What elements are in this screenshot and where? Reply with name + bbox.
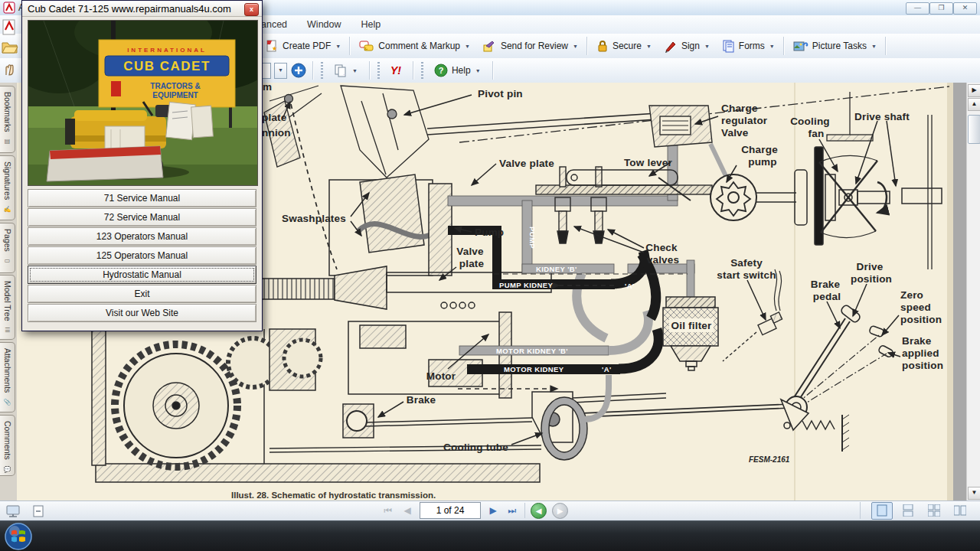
svg-text:★: ★: [272, 45, 277, 52]
launcher-titlebar[interactable]: Cub Cadet 71-125 www.repairmanuals4u.com: [22, 1, 262, 17]
help-button[interactable]: ? Help▼: [428, 60, 487, 80]
lock-icon: [596, 39, 609, 53]
launcher-button-exit[interactable]: Exit: [28, 285, 256, 303]
page-margin: [953, 83, 966, 500]
svg-text:TRACTORS &: TRACTORS &: [150, 82, 200, 90]
first-page-button[interactable]: ⏮: [381, 505, 395, 516]
screen-mode-icon[interactable]: [6, 504, 21, 518]
tab-signatures[interactable]: Signatures✍: [0, 155, 15, 220]
create-pdf-icon: ★: [265, 39, 279, 53]
svg-text:regulator: regulator: [721, 115, 768, 126]
facing-button[interactable]: [949, 502, 971, 520]
svg-text:?: ?: [439, 66, 444, 75]
help-icon: ?: [434, 64, 448, 77]
open-folder-icon[interactable]: [2, 38, 18, 55]
label-pump-kidney: PUMP KIDNEY: [499, 281, 553, 289]
svg-text:position: position: [902, 360, 943, 371]
minimize-button[interactable]: —: [906, 2, 929, 15]
attachments-icon: 📎: [4, 398, 11, 406]
svg-text:position: position: [900, 314, 942, 325]
page-display-button[interactable]: ▼: [328, 60, 364, 80]
zoom-combo-arrow[interactable]: ▼: [274, 63, 287, 79]
page-number-input[interactable]: [420, 502, 481, 519]
launcher-button-72-service[interactable]: 72 Service Manual: [28, 208, 256, 227]
zoom-in-icon[interactable]: [290, 62, 307, 79]
launcher-button-71-service[interactable]: 71 Service Manual: [28, 189, 256, 207]
last-page-button[interactable]: ⏭: [505, 505, 519, 516]
continuous-facing-button[interactable]: [923, 502, 945, 520]
page-size-icon[interactable]: [32, 505, 44, 517]
svg-text:fan: fan: [808, 128, 825, 139]
label-motor: Motor: [426, 370, 456, 382]
restore-button[interactable]: ❐: [929, 2, 953, 15]
label-cooling-tube: Cooling tube: [443, 442, 508, 453]
launcher-button-website[interactable]: Visit our Web Site: [28, 304, 256, 322]
manual-papers: [166, 102, 214, 139]
label-kidney-b: KIDNEY 'B': [536, 265, 577, 273]
previous-view-button[interactable]: ◀: [531, 503, 547, 519]
tab-comments[interactable]: Comments💬: [0, 415, 15, 476]
svg-text:pump: pump: [748, 156, 777, 168]
label-pump-kidney-a: 'A': [625, 282, 635, 290]
label-drive-shaft: Drive shaft: [854, 111, 910, 122]
menu-advanced-fragment[interactable]: anced: [261, 19, 287, 30]
launcher-button-125-operators[interactable]: 125 Operators Manual: [28, 246, 256, 265]
scroll-up-button[interactable]: ▲: [968, 98, 980, 111]
page-navigation: ⏮ ◀ ▶ ⏭ ◀ ▶: [381, 502, 568, 519]
single-page-button[interactable]: [871, 502, 893, 520]
scroll-down-button[interactable]: ▼: [968, 487, 980, 500]
vertical-scrollbar[interactable]: ▶ ▲ ▼: [966, 83, 980, 500]
label-brake-applied-position: Brake: [902, 335, 932, 347]
picture-tasks-button[interactable]: Picture Tasks▼: [787, 36, 883, 56]
hand-tool-icon[interactable]: [2, 60, 18, 77]
forms-button[interactable]: Forms▼: [716, 36, 781, 56]
launcher-close-button[interactable]: x: [244, 3, 259, 16]
svg-text:speed: speed: [900, 302, 931, 313]
tab-pages[interactable]: Pages▭: [0, 223, 15, 273]
label-cooling-fan: Cooling: [790, 116, 830, 127]
send-for-review-button[interactable]: Send for Review▼: [476, 36, 584, 56]
svg-text:plate: plate: [459, 258, 485, 269]
pdf-file-icon[interactable]: [2, 19, 18, 36]
adobe-app-icon: [3, 2, 15, 14]
menu-items: anced Window Help: [261, 15, 381, 34]
label-motor-kidney: MOTOR KIDNEY: [504, 365, 564, 373]
tab-bookmarks[interactable]: Bookmarks▤: [0, 86, 15, 153]
close-button[interactable]: ✕: [953, 2, 977, 15]
svg-text:position: position: [851, 273, 892, 285]
bookmarks-icon: ▤: [4, 138, 11, 145]
continuous-button[interactable]: [897, 502, 919, 520]
start-button[interactable]: [4, 522, 33, 551]
next-page-button[interactable]: ▶: [486, 505, 500, 516]
menu-window[interactable]: Window: [307, 19, 341, 30]
label-safety-start-switch: Safety: [730, 257, 763, 269]
tab-model-tree[interactable]: Model Tree☰: [0, 275, 15, 340]
tab-attachments[interactable]: Attachments📎: [0, 342, 15, 412]
label-check-valves: Check: [645, 242, 678, 253]
next-view-button[interactable]: ▶: [552, 503, 568, 519]
create-pdf-button[interactable]: ★ Create PDF▼: [259, 36, 347, 56]
launcher-button-123-operators[interactable]: 123 Operators Manual: [28, 227, 256, 246]
svg-text:INTERNATIONAL: INTERNATIONAL: [127, 47, 207, 54]
tractor-photo: INTERNATIONAL CUB CADET TRACTORS & EQUIP…: [28, 21, 257, 185]
scrollbar-thumb[interactable]: [968, 115, 980, 144]
sign-button[interactable]: Sign▼: [658, 36, 716, 56]
scroll-options-button[interactable]: ▶: [968, 84, 980, 97]
svg-text:EQUIPMENT: EQUIPMENT: [152, 91, 198, 99]
svg-text:start switch: start switch: [717, 269, 776, 281]
comment-markup-button[interactable]: Comment & Markup▼: [353, 36, 476, 56]
menu-help[interactable]: Help: [361, 19, 381, 30]
signatures-icon: ✍: [4, 205, 11, 213]
yahoo-toolbar-button[interactable]: Y!: [384, 60, 407, 80]
label-fragment-top: m: [263, 83, 272, 93]
label-pump-vertical: PUMP: [528, 227, 537, 249]
windows-taskbar: e: [0, 520, 980, 551]
svg-text:applied: applied: [902, 347, 939, 359]
label-motor-kidney-a: 'A': [602, 365, 612, 373]
send-review-icon: [482, 39, 497, 53]
launcher-button-hydrostatic[interactable]: Hydrostatic Manual: [28, 266, 256, 284]
launcher-photo: INTERNATIONAL CUB CADET TRACTORS & EQUIP…: [28, 20, 258, 186]
pages-icon: [334, 64, 348, 77]
previous-page-button[interactable]: ◀: [400, 505, 414, 516]
secure-button[interactable]: Secure▼: [590, 36, 658, 56]
